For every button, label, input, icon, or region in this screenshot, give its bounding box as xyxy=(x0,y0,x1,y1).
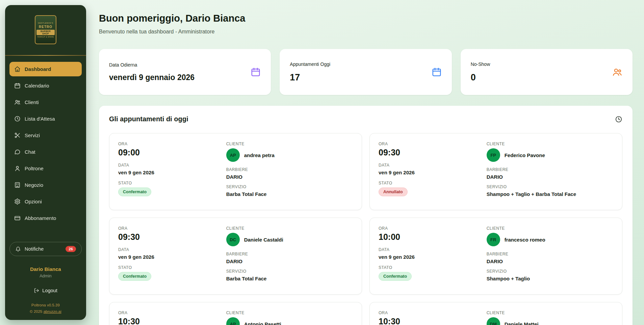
sidebar-bottom: Notifiche 26 Dario Bianca Admin Logout P… xyxy=(5,242,86,320)
calendar-icon xyxy=(432,67,442,77)
scissors-icon xyxy=(14,132,21,139)
sidebar-item-negozio[interactable]: Negozio xyxy=(9,178,82,192)
appointment-left-col: ORA10:00DATAven 9 gen 2026STATOConfermat… xyxy=(379,226,487,286)
sidebar-item-clienti[interactable]: Clienti xyxy=(9,95,82,109)
stat-value: venerdì 9 gennaio 2026 xyxy=(109,73,195,82)
sidebar-item-chat[interactable]: Chat xyxy=(9,145,82,159)
notifications-button[interactable]: Notifiche 26 xyxy=(9,242,82,256)
appointments-panel-header: Gli appuntamenti di oggi xyxy=(109,115,622,123)
logout-label: Logout xyxy=(42,288,57,293)
appointment-right-col: CLIENTEAPAntonio PasettiBARBIERESERVIZIO xyxy=(226,310,353,325)
logo-line: HAIRCUT & SHAVE xyxy=(37,36,54,38)
user-role: Admin xyxy=(9,274,82,278)
field-label-barbiere: BARBIERE xyxy=(487,252,613,256)
sidebar-item-label: Calendario xyxy=(25,83,49,89)
appointment-right-col: CLIENTEFPFederico PavoneBARBIEREDARIOSER… xyxy=(487,142,613,202)
logo-line: GENTLEMAN'S xyxy=(38,22,53,24)
sidebar-item-abbonamento[interactable]: Abbonamento xyxy=(9,211,82,225)
client-name: francesco romeo xyxy=(505,237,545,243)
service-name: Barba Total Face xyxy=(226,276,353,281)
barber-name: DARIO xyxy=(487,258,613,264)
sidebar-item-label: Servizi xyxy=(25,132,40,138)
gear-icon xyxy=(14,198,21,205)
stat-label: Data Odierna xyxy=(109,62,195,68)
user-icon xyxy=(14,165,21,172)
stat-text: Data Odiernavenerdì 9 gennaio 2026 xyxy=(109,59,195,85)
appointment-card[interactable]: ORA09:30DATAven 9 gen 2026STATOConfermat… xyxy=(109,218,362,295)
shop-icon xyxy=(14,182,21,188)
appointment-card[interactable]: ORA10:30DATASTATOCLIENTEAPAntonio Pasett… xyxy=(109,302,362,325)
sidebar-item-servizi[interactable]: Servizi xyxy=(9,128,82,143)
field-label-data: DATA xyxy=(118,163,226,168)
notifications-label: Notifiche xyxy=(25,246,44,252)
appointment-card[interactable]: ORA09:00DATAven 9 gen 2026STATOConfermat… xyxy=(109,133,362,210)
field-label-stato: STATO xyxy=(118,265,226,270)
appointment-right-col: CLIENTEAPandrea petraBARBIEREDARIOSERVIZ… xyxy=(226,142,353,202)
appointment-time: 09:30 xyxy=(379,148,487,157)
appointment-time: 09:30 xyxy=(118,233,226,241)
field-label-cliente: CLIENTE xyxy=(487,310,613,315)
logout-icon xyxy=(34,288,39,293)
calendar-icon xyxy=(251,67,261,77)
field-label-cliente: CLIENTE xyxy=(487,142,613,146)
field-label-cliente: CLIENTE xyxy=(226,226,353,231)
sidebar-item-opzioni[interactable]: Opzioni xyxy=(9,194,82,209)
client-row: APAntonio Pasetti xyxy=(226,317,353,325)
appointment-date: ven 9 gen 2026 xyxy=(118,170,226,175)
home-icon xyxy=(14,66,21,72)
avatar: AP xyxy=(226,148,240,162)
bell-icon xyxy=(15,246,21,252)
appointments-panel: Gli appuntamenti di oggi ORA09:00DATAven… xyxy=(99,106,633,325)
user-name: Dario Bianca xyxy=(9,266,82,272)
sidebar-item-poltrone[interactable]: Poltrone xyxy=(9,161,82,176)
stat-card-no-show: No-Show0 xyxy=(461,49,633,95)
sidebar-item-lista-d-attesa[interactable]: Lista d'Attesa xyxy=(9,111,82,126)
sidebar-item-dashboard[interactable]: Dashboard xyxy=(9,62,82,76)
sidebar-nav: DashboardCalendarioClientiLista d'Attesa… xyxy=(5,56,86,225)
appointment-card[interactable]: ORA10:00DATAven 9 gen 2026STATOConfermat… xyxy=(369,218,622,295)
appointment-card[interactable]: ORA09:30DATAven 9 gen 2026STATOAnnullato… xyxy=(369,133,622,210)
stats-row: Data Odiernavenerdì 9 gennaio 2026Appunt… xyxy=(99,49,633,95)
abruzzo-link[interactable]: abruzzo.ai xyxy=(44,309,61,314)
barber-shop-logo: GENTLEMAN'S RETRO BARBER SHOP HAIRCUT & … xyxy=(35,15,56,44)
notifications-badge: 26 xyxy=(66,246,76,252)
appointments-title: Gli appuntamenti di oggi xyxy=(109,115,188,123)
field-label-ora: ORA xyxy=(118,142,226,146)
appointment-right-col: CLIENTEDMDaniele MatteiBARBIERESERVIZIO xyxy=(487,310,613,325)
sidebar-item-label: Poltrone xyxy=(25,166,44,171)
client-name: Daniele Castaldi xyxy=(244,237,283,243)
logout-button[interactable]: Logout xyxy=(9,288,82,293)
sidebar-item-label: Clienti xyxy=(25,99,39,105)
appointment-right-col: CLIENTEFRfrancesco romeoBARBIEREDARIOSER… xyxy=(487,226,613,286)
field-label-cliente: CLIENTE xyxy=(226,142,353,146)
card-icon xyxy=(14,215,21,221)
chat-icon xyxy=(14,149,21,155)
logo-wrap: GENTLEMAN'S RETRO BARBER SHOP HAIRCUT & … xyxy=(5,5,86,55)
appointments-grid: ORA09:00DATAven 9 gen 2026STATOConfermat… xyxy=(109,133,622,325)
barber-name: DARIO xyxy=(226,258,353,264)
field-label-servizio: SERVIZIO xyxy=(226,184,353,189)
status-badge: Confermato xyxy=(379,272,412,281)
avatar: AP xyxy=(226,317,240,325)
service-name: Shampoo + Taglio xyxy=(487,276,613,281)
sidebar-item-calendario[interactable]: Calendario xyxy=(9,78,82,93)
field-label-data: DATA xyxy=(379,247,487,252)
appointment-time: 09:00 xyxy=(118,148,226,157)
client-name: Daniele Mattei xyxy=(505,321,539,325)
appointment-left-col: ORA09:00DATAven 9 gen 2026STATOConfermat… xyxy=(118,142,226,202)
service-name: Barba Total Face xyxy=(226,191,353,197)
clock-icon xyxy=(14,116,21,122)
sidebar: GENTLEMAN'S RETRO BARBER SHOP HAIRCUT & … xyxy=(5,5,86,320)
sidebar-item-label: Lista d'Attesa xyxy=(25,116,55,122)
appointment-time: 10:00 xyxy=(379,233,487,241)
page-subtitle: Benvenuto nella tua dashboard - Amminist… xyxy=(99,29,633,35)
client-row: DMDaniele Mattei xyxy=(487,317,613,325)
stat-label: Appuntamenti Oggi xyxy=(290,61,330,67)
users-icon xyxy=(612,67,622,77)
field-label-cliente: CLIENTE xyxy=(226,310,353,315)
sidebar-item-label: Opzioni xyxy=(25,199,42,204)
appointment-card[interactable]: ORA10:30DATASTATOCLIENTEDMDaniele Mattei… xyxy=(369,302,622,325)
app-version: Poltrona v0.5.39 xyxy=(9,302,82,308)
stat-label: No-Show xyxy=(471,61,490,67)
sidebar-item-label: Abbonamento xyxy=(25,215,56,221)
